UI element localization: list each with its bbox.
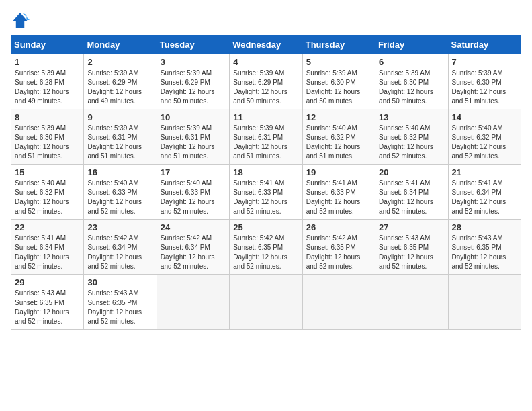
day-info: Sunrise: 5:42 AM Sunset: 6:34 PM Dayligh… — [161, 234, 226, 271]
day-number: 21 — [452, 167, 517, 177]
day-number: 7 — [452, 57, 517, 67]
calendar-day-cell: 30 Sunrise: 5:43 AM Sunset: 6:35 PM Dayl… — [84, 275, 157, 330]
day-number: 20 — [379, 167, 444, 177]
day-number: 27 — [379, 222, 444, 232]
day-info: Sunrise: 5:40 AM Sunset: 6:32 PM Dayligh… — [306, 124, 371, 161]
day-number: 8 — [15, 112, 80, 122]
day-info: Sunrise: 5:42 AM Sunset: 6:35 PM Dayligh… — [233, 234, 298, 271]
day-number: 29 — [15, 277, 80, 287]
calendar-day-cell: 29 Sunrise: 5:43 AM Sunset: 6:35 PM Dayl… — [11, 275, 84, 330]
calendar-day-cell — [302, 275, 375, 330]
day-number: 16 — [87, 167, 152, 177]
day-info: Sunrise: 5:40 AM Sunset: 6:33 PM Dayligh… — [161, 179, 226, 216]
day-info: Sunrise: 5:40 AM Sunset: 6:33 PM Dayligh… — [87, 179, 152, 216]
day-info: Sunrise: 5:39 AM Sunset: 6:31 PM Dayligh… — [161, 124, 226, 161]
calendar-week-row: 22 Sunrise: 5:41 AM Sunset: 6:34 PM Dayl… — [11, 220, 521, 275]
day-info: Sunrise: 5:41 AM Sunset: 6:34 PM Dayligh… — [15, 234, 80, 271]
day-number: 18 — [233, 167, 298, 177]
page-header — [11, 11, 521, 30]
calendar-week-row: 1 Sunrise: 5:39 AM Sunset: 6:28 PM Dayli… — [11, 54, 521, 109]
calendar-table: SundayMondayTuesdayWednesdayThursdayFrid… — [11, 35, 521, 330]
calendar-day-cell: 14 Sunrise: 5:40 AM Sunset: 6:32 PM Dayl… — [448, 109, 521, 165]
calendar-day-cell: 1 Sunrise: 5:39 AM Sunset: 6:28 PM Dayli… — [11, 54, 84, 109]
weekday-header-cell: Sunday — [11, 36, 84, 54]
calendar-day-cell: 10 Sunrise: 5:39 AM Sunset: 6:31 PM Dayl… — [157, 109, 229, 165]
day-info: Sunrise: 5:42 AM Sunset: 6:34 PM Dayligh… — [87, 234, 152, 271]
day-info: Sunrise: 5:39 AM Sunset: 6:29 PM Dayligh… — [87, 68, 152, 106]
day-number: 5 — [306, 57, 371, 67]
weekday-header-cell: Saturday — [448, 36, 521, 54]
day-info: Sunrise: 5:39 AM Sunset: 6:29 PM Dayligh… — [233, 68, 298, 106]
day-number: 22 — [15, 222, 80, 232]
day-number: 4 — [233, 57, 298, 67]
day-number: 6 — [379, 57, 444, 67]
weekday-header-cell: Friday — [375, 36, 448, 54]
day-info: Sunrise: 5:41 AM Sunset: 6:34 PM Dayligh… — [452, 179, 517, 216]
day-info: Sunrise: 5:39 AM Sunset: 6:28 PM Dayligh… — [15, 68, 80, 106]
calendar-day-cell: 26 Sunrise: 5:42 AM Sunset: 6:35 PM Dayl… — [302, 220, 375, 275]
calendar-day-cell: 11 Sunrise: 5:39 AM Sunset: 6:31 PM Dayl… — [230, 109, 302, 165]
calendar-day-cell: 2 Sunrise: 5:39 AM Sunset: 6:29 PM Dayli… — [84, 54, 157, 109]
day-number: 1 — [15, 57, 80, 67]
calendar-day-cell: 4 Sunrise: 5:39 AM Sunset: 6:29 PM Dayli… — [230, 54, 302, 109]
calendar-day-cell — [448, 275, 521, 330]
calendar-day-cell: 9 Sunrise: 5:39 AM Sunset: 6:31 PM Dayli… — [84, 109, 157, 165]
calendar-day-cell: 24 Sunrise: 5:42 AM Sunset: 6:34 PM Dayl… — [157, 220, 229, 275]
day-number: 19 — [306, 167, 371, 177]
calendar-week-row: 8 Sunrise: 5:39 AM Sunset: 6:30 PM Dayli… — [11, 109, 521, 165]
calendar-day-cell: 28 Sunrise: 5:43 AM Sunset: 6:35 PM Dayl… — [448, 220, 521, 275]
day-number: 3 — [161, 57, 226, 67]
day-info: Sunrise: 5:41 AM Sunset: 6:33 PM Dayligh… — [233, 179, 298, 216]
day-number: 25 — [233, 222, 298, 232]
weekday-header-row: SundayMondayTuesdayWednesdayThursdayFrid… — [11, 36, 521, 54]
calendar-day-cell — [157, 275, 229, 330]
calendar-week-row: 15 Sunrise: 5:40 AM Sunset: 6:32 PM Dayl… — [11, 165, 521, 220]
day-number: 24 — [161, 222, 226, 232]
calendar-day-cell: 25 Sunrise: 5:42 AM Sunset: 6:35 PM Dayl… — [230, 220, 302, 275]
logo-icon — [11, 11, 30, 30]
calendar-day-cell: 22 Sunrise: 5:41 AM Sunset: 6:34 PM Dayl… — [11, 220, 84, 275]
calendar-day-cell: 12 Sunrise: 5:40 AM Sunset: 6:32 PM Dayl… — [302, 109, 375, 165]
calendar-day-cell — [375, 275, 448, 330]
day-number: 9 — [87, 112, 152, 122]
calendar-day-cell: 13 Sunrise: 5:40 AM Sunset: 6:32 PM Dayl… — [375, 109, 448, 165]
calendar-day-cell: 21 Sunrise: 5:41 AM Sunset: 6:34 PM Dayl… — [448, 165, 521, 220]
calendar-day-cell: 27 Sunrise: 5:43 AM Sunset: 6:35 PM Dayl… — [375, 220, 448, 275]
day-number: 11 — [233, 112, 298, 122]
day-info: Sunrise: 5:41 AM Sunset: 6:33 PM Dayligh… — [306, 179, 371, 216]
day-number: 13 — [379, 112, 444, 122]
day-info: Sunrise: 5:39 AM Sunset: 6:31 PM Dayligh… — [87, 124, 152, 161]
day-info: Sunrise: 5:43 AM Sunset: 6:35 PM Dayligh… — [15, 289, 80, 326]
day-info: Sunrise: 5:40 AM Sunset: 6:32 PM Dayligh… — [15, 179, 80, 216]
logo — [11, 11, 32, 30]
day-number: 28 — [452, 222, 517, 232]
day-info: Sunrise: 5:39 AM Sunset: 6:30 PM Dayligh… — [306, 68, 371, 106]
calendar-day-cell: 19 Sunrise: 5:41 AM Sunset: 6:33 PM Dayl… — [302, 165, 375, 220]
day-number: 12 — [306, 112, 371, 122]
day-number: 26 — [306, 222, 371, 232]
calendar-day-cell: 5 Sunrise: 5:39 AM Sunset: 6:30 PM Dayli… — [302, 54, 375, 109]
day-info: Sunrise: 5:39 AM Sunset: 6:30 PM Dayligh… — [452, 68, 517, 106]
calendar-day-cell: 7 Sunrise: 5:39 AM Sunset: 6:30 PM Dayli… — [448, 54, 521, 109]
day-info: Sunrise: 5:42 AM Sunset: 6:35 PM Dayligh… — [306, 234, 371, 271]
calendar-week-row: 29 Sunrise: 5:43 AM Sunset: 6:35 PM Dayl… — [11, 275, 521, 330]
day-number: 23 — [87, 222, 152, 232]
calendar-day-cell: 6 Sunrise: 5:39 AM Sunset: 6:30 PM Dayli… — [375, 54, 448, 109]
day-info: Sunrise: 5:40 AM Sunset: 6:32 PM Dayligh… — [452, 124, 517, 161]
day-number: 10 — [161, 112, 226, 122]
calendar-day-cell: 20 Sunrise: 5:41 AM Sunset: 6:34 PM Dayl… — [375, 165, 448, 220]
weekday-header-cell: Tuesday — [157, 36, 229, 54]
day-number: 2 — [87, 57, 152, 67]
day-info: Sunrise: 5:43 AM Sunset: 6:35 PM Dayligh… — [452, 234, 517, 271]
day-info: Sunrise: 5:39 AM Sunset: 6:30 PM Dayligh… — [379, 68, 444, 106]
calendar-body: 1 Sunrise: 5:39 AM Sunset: 6:28 PM Dayli… — [11, 54, 521, 330]
day-info: Sunrise: 5:39 AM Sunset: 6:29 PM Dayligh… — [161, 68, 226, 106]
day-info: Sunrise: 5:39 AM Sunset: 6:31 PM Dayligh… — [233, 124, 298, 161]
day-info: Sunrise: 5:43 AM Sunset: 6:35 PM Dayligh… — [379, 234, 444, 271]
calendar-day-cell: 16 Sunrise: 5:40 AM Sunset: 6:33 PM Dayl… — [84, 165, 157, 220]
calendar-day-cell: 8 Sunrise: 5:39 AM Sunset: 6:30 PM Dayli… — [11, 109, 84, 165]
day-info: Sunrise: 5:39 AM Sunset: 6:30 PM Dayligh… — [15, 124, 80, 161]
calendar-day-cell: 15 Sunrise: 5:40 AM Sunset: 6:32 PM Dayl… — [11, 165, 84, 220]
weekday-header-cell: Wednesday — [230, 36, 302, 54]
day-info: Sunrise: 5:41 AM Sunset: 6:34 PM Dayligh… — [379, 179, 444, 216]
